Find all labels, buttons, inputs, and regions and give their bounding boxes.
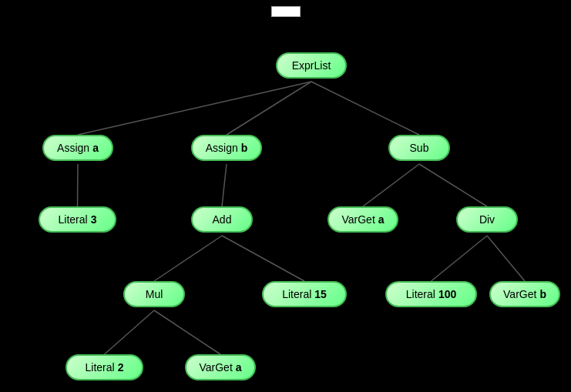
node-div: Div [456, 206, 518, 233]
node-label-assign_a: Assign [57, 142, 89, 154]
node-bold-literal_3: 3 [91, 213, 97, 226]
node-exprlist: ExprList [276, 52, 347, 79]
node-label-literal_15: Literal [282, 288, 311, 300]
node-label-exprlist: ExprList [292, 59, 331, 72]
node-label-literal_2: Literal [86, 361, 115, 374]
svg-line-9 [432, 236, 488, 281]
node-sub: Sub [388, 135, 450, 161]
svg-line-8 [222, 236, 304, 281]
node-bold-varget_a2: a [236, 361, 242, 374]
node-bold-assign_a: a [92, 142, 99, 154]
svg-line-2 [311, 82, 419, 135]
node-label-literal_3: Literal [59, 213, 88, 226]
node-label-varget_b: VarGet [503, 288, 536, 300]
node-varget_b: VarGetb [489, 281, 560, 307]
node-bold-literal_2: 2 [118, 361, 124, 374]
svg-line-11 [105, 310, 155, 354]
node-bold-literal_100: 100 [438, 288, 456, 300]
node-assign_b: Assignb [191, 135, 262, 161]
node-mul: Mul [123, 281, 185, 307]
svg-line-7 [154, 236, 222, 281]
node-bold-varget_b: b [539, 288, 546, 300]
svg-line-6 [419, 164, 487, 206]
node-label-div: Div [479, 213, 495, 226]
node-bold-assign_b: b [241, 142, 248, 154]
node-literal_2: Literal2 [65, 354, 143, 380]
svg-line-12 [154, 310, 220, 354]
node-label-assign_b: Assign [206, 142, 238, 154]
node-label-add: Add [213, 213, 232, 226]
svg-line-0 [78, 82, 311, 135]
node-label-varget_a2: VarGet [199, 361, 232, 374]
node-literal_3: Literal3 [39, 206, 116, 233]
node-literal_15: Literal15 [262, 281, 347, 307]
node-add: Add [191, 206, 253, 233]
node-label-varget_a1: VarGet [341, 213, 375, 226]
node-varget_a1: VarGeta [327, 206, 398, 233]
node-bold-varget_a1: a [378, 213, 385, 226]
node-label-mul: Mul [146, 288, 163, 300]
node-bold-literal_15: 15 [314, 288, 327, 300]
node-label-sub: Sub [410, 142, 429, 154]
node-varget_a2: VarGeta [185, 354, 256, 380]
formula-box [271, 6, 301, 17]
svg-line-3 [78, 164, 79, 206]
svg-line-4 [222, 164, 227, 206]
svg-line-5 [363, 164, 419, 206]
node-label-literal_100: Literal [406, 288, 435, 300]
svg-line-1 [227, 82, 311, 135]
node-literal_100: Literal100 [385, 281, 477, 307]
svg-line-10 [487, 236, 525, 281]
node-assign_a: Assigna [42, 135, 113, 161]
